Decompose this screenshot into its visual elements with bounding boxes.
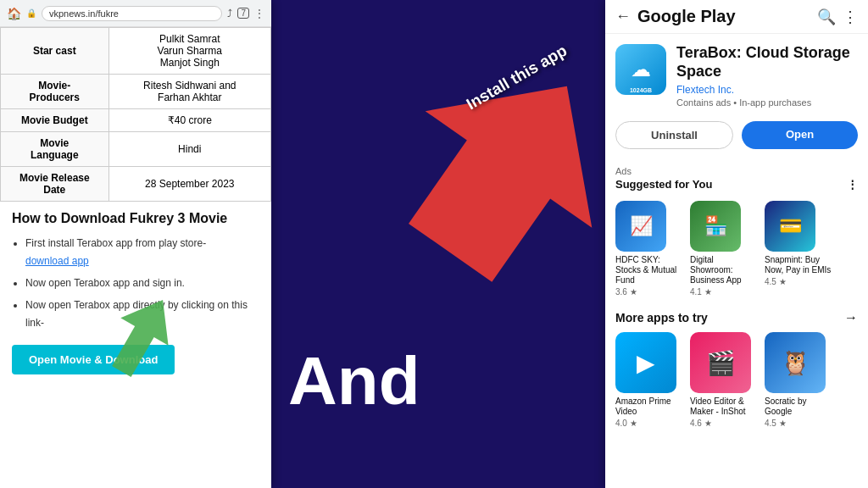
app-details: TeraBox: Cloud Storage Space Flextech In…: [676, 44, 858, 108]
suggested-more-icon[interactable]: ⋮: [847, 178, 858, 191]
snapmint-rating: 4.5 ★: [765, 277, 832, 286]
producers-value: Ritesh Sidhwani andFarhan Akhtar: [108, 75, 270, 109]
more-app-socratic: 🦉 Socratic by Google 4.5 ★: [765, 332, 832, 428]
list-item: First install Terabox app from play stor…: [25, 235, 259, 271]
star-cast-label: Star cast: [1, 28, 109, 75]
language-value: Hindi: [108, 132, 270, 167]
uninstall-button[interactable]: Uninstall: [615, 121, 733, 149]
url-bar[interactable]: vkpnews.in/fukre: [42, 6, 222, 21]
table-row: Movie-Producers Ritesh Sidhwani andFarha…: [1, 75, 271, 109]
tab-count[interactable]: 7: [237, 8, 249, 19]
movie-info-table: Star cast Pulkit SamratVarun SharmaManjo…: [0, 27, 271, 202]
hdfc-icon[interactable]: 📈: [615, 201, 666, 252]
prime-icon[interactable]: ▶: [615, 332, 676, 393]
action-buttons: Uninstall Open: [605, 118, 868, 159]
play-search-icon[interactable]: 🔍: [817, 8, 836, 26]
browser-content: Star cast Pulkit SamratVarun SharmaManjo…: [0, 27, 271, 488]
suggested-title: Suggested for You ⋮: [615, 178, 858, 191]
app-icon-label: 1024GB: [630, 87, 652, 93]
app-info: ☁ 1024GB TeraBox: Cloud Storage Space Fl…: [605, 34, 868, 118]
table-row: Movie ReleaseDate 28 September 2023: [1, 167, 271, 202]
download-section: How to Download Fukrey 3 Movie First ins…: [0, 202, 271, 383]
table-row: Movie Budget ₹40 crore: [1, 109, 271, 132]
snapmint-name: Snapmint: Buy Now, Pay in EMIs: [765, 255, 832, 275]
prime-name: Amazon Prime Video: [615, 396, 683, 417]
ads-section: Ads Suggested for You ⋮: [605, 159, 868, 194]
more-apps-arrow[interactable]: →: [844, 310, 858, 325]
app-icon: ☁ 1024GB: [615, 44, 666, 95]
more-apps-header: More apps to try →: [605, 303, 868, 329]
more-app-prime: ▶ Amazon Prime Video 4.0 ★: [615, 332, 683, 428]
budget-label: Movie Budget: [1, 109, 109, 132]
suggested-app-snapmint: 💳 Snapmint: Buy Now, Pay in EMIs 4.5 ★: [765, 201, 832, 297]
home-icon[interactable]: 🏠: [7, 7, 21, 20]
digital-rating: 4.1 ★: [690, 287, 758, 297]
play-store-title: Google Play: [637, 7, 810, 26]
list-item: Now open Terabox app directly by clickin…: [25, 297, 259, 333]
inshot-icon[interactable]: 🎬: [690, 332, 751, 393]
left-browser-panel: 🏠 🔒 vkpnews.in/fukre ⤴ 7 ⋮ Star cast Pul…: [0, 0, 271, 488]
play-more-icon[interactable]: ⋮: [843, 8, 858, 26]
suggested-apps: 📈 HDFC SKY: Stocks & Mutual Fund 3.6 ★ 🏪…: [605, 194, 868, 303]
language-label: MovieLanguage: [1, 132, 109, 167]
suggested-app-hdfc: 📈 HDFC SKY: Stocks & Mutual Fund 3.6 ★: [615, 201, 683, 297]
more-apps-list: ▶ Amazon Prime Video 4.0 ★ 🎬 Video Edito…: [605, 329, 868, 435]
table-row: Star cast Pulkit SamratVarun SharmaManjo…: [1, 28, 271, 75]
back-icon[interactable]: ←: [615, 8, 631, 25]
socratic-name: Socratic by Google: [765, 396, 832, 417]
inshot-rating: 4.6 ★: [690, 419, 758, 428]
app-icon-symbol: ☁: [631, 58, 651, 81]
release-date-label: Movie ReleaseDate: [1, 167, 109, 202]
socratic-rating: 4.5 ★: [765, 419, 832, 428]
prime-rating: 4.0 ★: [615, 419, 683, 428]
producers-label: Movie-Producers: [1, 75, 109, 109]
star-cast-value: Pulkit SamratVarun SharmaManjot Singh: [108, 28, 270, 75]
release-date-value: 28 September 2023: [108, 167, 270, 202]
and-text: And: [288, 342, 420, 420]
app-meta: Contains ads • In-app purchases: [676, 97, 858, 108]
suggested-title-text: Suggested for You: [615, 178, 712, 191]
hdfc-rating: 3.6 ★: [615, 287, 683, 297]
snapmint-icon[interactable]: 💳: [765, 201, 815, 252]
socratic-icon[interactable]: 🦉: [765, 332, 826, 393]
more-apps-title: More apps to try: [615, 311, 708, 324]
hdfc-name: HDFC SKY: Stocks & Mutual Fund: [615, 255, 683, 286]
more-app-inshot: 🎬 Video Editor & Maker - InShot 4.6 ★: [690, 332, 758, 428]
right-play-panel: ← Google Play 🔍 ⋮ ☁ 1024GB TeraBox: Clou…: [605, 0, 868, 488]
list-item: Now open Terabox app and sign in.: [25, 274, 259, 293]
app-name: TeraBox: Cloud Storage Space: [676, 44, 858, 80]
download-app-link[interactable]: download app: [25, 255, 89, 267]
digital-name: Digital Showroom: Business App: [690, 255, 758, 286]
browser-bar: 🏠 🔒 vkpnews.in/fukre ⤴ 7 ⋮: [0, 0, 271, 27]
open-movie-button[interactable]: Open Movie & Download: [12, 345, 175, 374]
browser-menu-icon[interactable]: ⋮: [254, 8, 264, 19]
download-steps: First install Terabox app from play stor…: [12, 235, 259, 333]
share-icon[interactable]: ⤴: [227, 8, 232, 19]
app-developer[interactable]: Flextech Inc.: [676, 84, 858, 96]
budget-value: ₹40 crore: [108, 109, 270, 132]
lock-icon: 🔒: [26, 8, 36, 18]
digital-icon[interactable]: 🏪: [690, 201, 741, 252]
middle-area: And: [271, 0, 605, 488]
ads-label: Ads: [615, 166, 632, 176]
inshot-name: Video Editor & Maker - InShot: [690, 396, 758, 417]
table-row: MovieLanguage Hindi: [1, 132, 271, 167]
suggested-app-digital: 🏪 Digital Showroom: Business App 4.1 ★: [690, 201, 758, 297]
open-button[interactable]: Open: [742, 121, 858, 149]
play-header: ← Google Play 🔍 ⋮: [605, 0, 868, 34]
download-title: How to Download Fukrey 3 Movie: [12, 210, 259, 228]
